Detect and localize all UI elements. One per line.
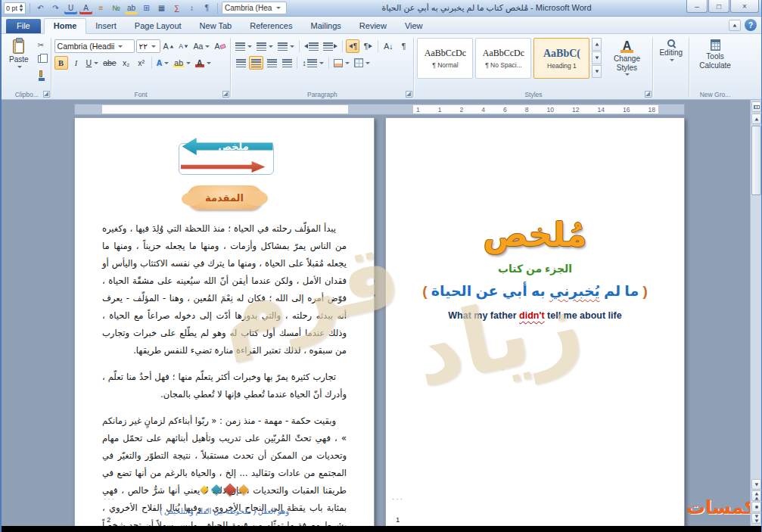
superscript-button[interactable]: x² — [135, 56, 148, 70]
formula-icon[interactable]: ∑ — [170, 2, 183, 14]
section-cloud: المقدمة — [187, 185, 263, 210]
align-center-button[interactable] — [249, 56, 263, 70]
scrollbar-thumb[interactable] — [751, 126, 761, 195]
rtl-direction-button[interactable]: ¶ — [346, 39, 359, 53]
tab-review[interactable]: Review — [350, 19, 396, 33]
underline-icon[interactable]: U — [64, 2, 77, 14]
styles-more-button[interactable] — [592, 65, 602, 78]
scroll-down-button[interactable] — [751, 479, 761, 490]
grow-font-button[interactable]: A — [162, 39, 176, 53]
font-dialog-launcher[interactable] — [222, 91, 229, 98]
font-size-combo[interactable]: ٢٢ — [136, 39, 160, 53]
increase-indent-button[interactable] — [322, 39, 339, 53]
ruler-number: 2 — [460, 106, 464, 114]
font-color-button[interactable]: A — [194, 56, 213, 70]
spacing-spinner[interactable]: 0 pt — [4, 2, 26, 14]
minimize-ribbon-button[interactable] — [729, 20, 741, 31]
bullet-list-icon[interactable]: ≡ — [95, 2, 107, 14]
tab-page-layout[interactable]: Page Layout — [126, 19, 191, 33]
tab-mailings[interactable]: Mailings — [301, 19, 350, 33]
spinner-arrows-icon[interactable] — [19, 4, 23, 12]
cut-button[interactable]: ✂ — [34, 39, 48, 51]
footer-ornament: ··· — [392, 495, 404, 503]
tab-new-tab[interactable]: New Tab — [191, 19, 241, 33]
text-effects-button[interactable]: A — [155, 56, 171, 70]
browse-dot-icon — [755, 506, 758, 509]
clear-formatting-button[interactable]: A — [213, 39, 227, 53]
shading-button[interactable] — [332, 56, 351, 70]
paste-button[interactable]: Paste — [6, 38, 32, 70]
scroll-up-button[interactable] — [751, 114, 761, 124]
numbering-icon[interactable]: № — [110, 2, 123, 14]
show-marks-button[interactable]: ¶ — [397, 39, 410, 53]
vertical-scrollbar[interactable] — [750, 100, 761, 526]
tools-calculate-button[interactable]: Tools Calculate — [692, 38, 738, 71]
body-paragraph[interactable]: تجارب كثيرة يمرّ بها وخبرات أكثر يتعلّم … — [102, 369, 347, 403]
editing-button[interactable]: Editing — [656, 38, 686, 63]
custom-group-label: New Gro... — [691, 91, 739, 98]
styles-scroll-down-button[interactable] — [592, 51, 602, 64]
ruler-toggle-button[interactable] — [751, 101, 761, 112]
borders-icon[interactable]: ▦ — [155, 2, 168, 14]
table-icon[interactable]: ⊞ — [140, 2, 153, 14]
italic-button[interactable]: I — [70, 56, 83, 70]
highlight-icon[interactable]: ab — [125, 2, 138, 14]
styles-scroll-up-button[interactable] — [592, 38, 602, 51]
decrease-indent-button[interactable] — [303, 39, 320, 53]
page-number: 2 — [107, 515, 110, 524]
maximize-button[interactable]: □ — [708, 0, 729, 13]
style-heading1[interactable]: AaBbC( Heading 1 — [533, 38, 589, 79]
format-painter-button[interactable] — [34, 67, 48, 79]
text-highlight-button[interactable]: ab — [172, 56, 192, 70]
subscript-button[interactable]: x₂ — [120, 56, 133, 70]
copy-button[interactable] — [34, 53, 48, 65]
multilevel-list-button[interactable] — [276, 39, 296, 53]
previous-page-button[interactable] — [751, 490, 761, 501]
underline-button[interactable]: U — [85, 56, 101, 70]
undo-icon[interactable]: ↶ — [34, 2, 47, 14]
horizontal-ruler[interactable]: 1 1 2 4 6 8 10 12 14 16 18 — [74, 104, 685, 115]
align-right-button[interactable] — [265, 56, 278, 70]
tab-references[interactable]: References — [241, 19, 301, 33]
book-title-line: ( ما لم يُخبرني به أبي عن الحياة ) — [386, 282, 684, 300]
page-2[interactable]: ملخص المقدمة يبدأ المؤلّف رحلته في الحيا… — [74, 117, 375, 526]
tab-home[interactable]: Home — [44, 18, 87, 34]
tab-file[interactable]: File — [6, 19, 41, 33]
next-page-button[interactable] — [751, 513, 761, 524]
shrink-font-button[interactable]: A — [177, 39, 191, 53]
style-normal[interactable]: AaBbCcDc ¶ Normal — [417, 38, 473, 79]
body-paragraph[interactable]: يبدأ المؤلّف رحلته في الحياة ؛ منذ اللحظ… — [102, 220, 347, 359]
font-color-icon[interactable]: A — [79, 2, 92, 14]
pilcrow-icon[interactable]: ¶ — [201, 2, 213, 14]
bullets-button[interactable] — [234, 39, 253, 53]
change-styles-button[interactable]: A Change Styles — [604, 38, 649, 77]
ruler-number: 1 — [416, 106, 420, 114]
styles-group: AaBbCcDc ¶ Normal AaBbCcDc ¶ No Spaci...… — [414, 36, 652, 99]
redo-icon[interactable]: ↷ — [49, 2, 62, 14]
tab-insert[interactable]: Insert — [86, 19, 126, 33]
page-1[interactable]: مُلخص الجزء من كتاب ( ما لم يُخبرني به أ… — [385, 117, 685, 526]
help-button[interactable]: ? — [745, 19, 757, 31]
strikethrough-button[interactable]: abe — [101, 56, 118, 70]
bold-button[interactable]: B — [54, 56, 68, 70]
sort-button[interactable]: A↓ — [381, 39, 395, 53]
change-case-button[interactable]: Aa — [192, 39, 212, 53]
tab-view[interactable]: View — [396, 19, 432, 33]
align-left-button[interactable] — [234, 56, 247, 70]
select-browse-object-button[interactable] — [751, 502, 761, 512]
paragraph-dialog-launcher[interactable] — [406, 91, 412, 98]
numbering-button[interactable] — [255, 39, 275, 53]
style-no-spacing[interactable]: AaBbCcDc ¶ No Spaci... — [475, 38, 531, 79]
line-spacing-button[interactable]: ↕ — [300, 56, 325, 70]
line-spacing-icon[interactable]: ↕ — [185, 2, 198, 14]
qat-font-combo[interactable]: Cambria (Hea — [222, 2, 287, 14]
borders-button[interactable] — [353, 56, 372, 70]
font-name-combo[interactable]: Cambria (Headii — [54, 39, 135, 53]
justify-button[interactable] — [280, 56, 294, 70]
styles-dialog-launcher[interactable] — [645, 91, 652, 98]
close-button[interactable]: × — [730, 0, 759, 13]
ruler-number: 4 — [481, 106, 485, 114]
clipboard-dialog-launcher[interactable] — [43, 91, 50, 98]
ltr-direction-button[interactable]: ¶ — [361, 39, 375, 53]
minimize-button[interactable]: – — [686, 0, 708, 13]
